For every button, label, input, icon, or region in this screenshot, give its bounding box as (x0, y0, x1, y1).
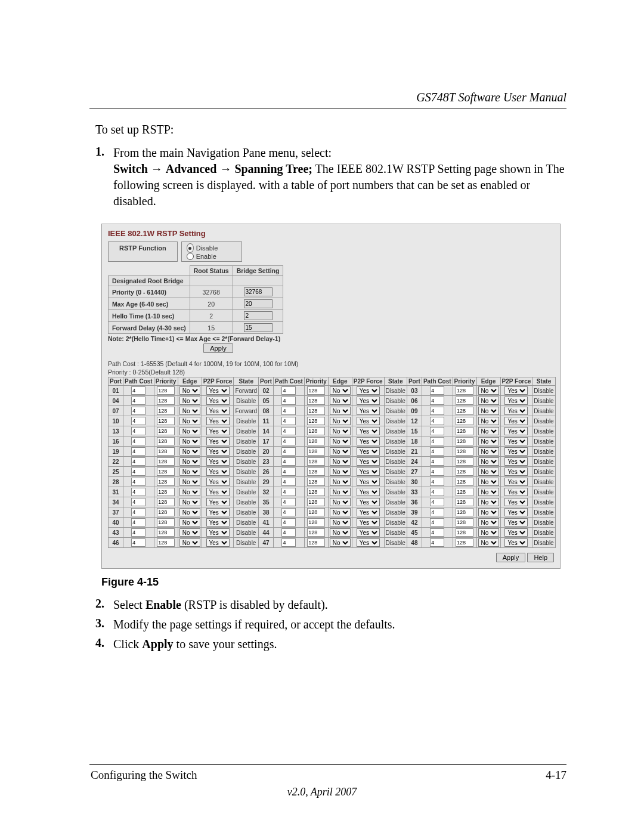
port-input[interactable] (307, 467, 325, 476)
port-select[interactable]: No (330, 518, 351, 527)
port-select[interactable]: No (478, 457, 499, 466)
port-input[interactable] (157, 508, 175, 516)
port-select[interactable]: No (478, 498, 499, 506)
apply-button-top[interactable]: Apply (203, 343, 233, 353)
port-input[interactable] (157, 467, 175, 476)
port-select[interactable]: No (330, 538, 351, 547)
port-input[interactable] (157, 538, 175, 547)
port-select[interactable]: No (179, 478, 200, 486)
port-input[interactable] (307, 427, 325, 435)
port-input[interactable] (456, 417, 473, 425)
port-select[interactable]: No (179, 417, 200, 425)
port-input[interactable] (456, 478, 473, 486)
port-input[interactable] (157, 437, 175, 445)
port-select[interactable]: No (478, 508, 499, 516)
port-select[interactable]: No (478, 488, 499, 496)
port-input[interactable] (281, 467, 296, 476)
bridge-setting-input[interactable] (244, 299, 273, 308)
port-input[interactable] (131, 478, 145, 486)
port-select[interactable]: No (330, 457, 351, 466)
port-select[interactable]: No (179, 386, 200, 395)
port-select[interactable]: Yes (504, 397, 528, 405)
port-select[interactable]: Yes (504, 528, 528, 537)
port-input[interactable] (430, 447, 444, 456)
port-input[interactable] (131, 488, 145, 496)
port-input[interactable] (157, 386, 175, 395)
port-select[interactable]: No (330, 386, 351, 395)
port-input[interactable] (157, 457, 175, 466)
port-select[interactable]: Yes (357, 518, 380, 527)
port-select[interactable]: Yes (206, 467, 230, 476)
port-select[interactable]: No (478, 427, 499, 435)
port-input[interactable] (131, 417, 145, 425)
port-select[interactable]: No (478, 397, 499, 405)
port-input[interactable] (430, 488, 444, 496)
port-input[interactable] (281, 518, 296, 527)
port-input[interactable] (157, 528, 175, 537)
port-select[interactable]: Yes (206, 447, 230, 456)
port-select[interactable]: Yes (357, 407, 380, 415)
port-select[interactable]: No (478, 538, 499, 547)
port-input[interactable] (157, 407, 175, 415)
port-select[interactable]: No (478, 478, 499, 486)
port-input[interactable] (157, 478, 175, 486)
port-input[interactable] (281, 417, 296, 425)
port-input[interactable] (281, 498, 296, 506)
port-select[interactable]: Yes (357, 397, 380, 405)
port-input[interactable] (430, 437, 444, 445)
port-input[interactable] (430, 538, 444, 547)
port-select[interactable]: Yes (357, 467, 380, 476)
port-input[interactable] (307, 417, 325, 425)
port-input[interactable] (281, 528, 296, 537)
port-input[interactable] (131, 427, 145, 435)
port-input[interactable] (307, 457, 325, 466)
port-input[interactable] (430, 397, 444, 405)
radio-enable[interactable] (187, 253, 194, 260)
port-select[interactable]: No (330, 427, 351, 435)
port-select[interactable]: Yes (504, 478, 528, 486)
port-input[interactable] (131, 467, 145, 476)
port-select[interactable]: No (478, 407, 499, 415)
port-select[interactable]: Yes (357, 488, 380, 496)
port-input[interactable] (456, 427, 473, 435)
port-input[interactable] (307, 518, 325, 527)
port-input[interactable] (430, 518, 444, 527)
port-input[interactable] (430, 386, 444, 395)
port-select[interactable]: No (330, 478, 351, 486)
port-input[interactable] (456, 437, 473, 445)
port-select[interactable]: Yes (504, 457, 528, 466)
port-select[interactable]: Yes (504, 508, 528, 516)
apply-button[interactable]: Apply (496, 553, 526, 562)
port-input[interactable] (430, 427, 444, 435)
port-input[interactable] (131, 538, 145, 547)
bridge-setting-input[interactable] (244, 311, 273, 320)
port-select[interactable]: Yes (504, 498, 528, 506)
port-input[interactable] (456, 528, 473, 537)
port-input[interactable] (281, 478, 296, 486)
port-select[interactable]: Yes (357, 457, 380, 466)
port-select[interactable]: Yes (206, 386, 230, 395)
port-input[interactable] (307, 407, 325, 415)
port-input[interactable] (281, 427, 296, 435)
port-select[interactable]: Yes (357, 498, 380, 506)
port-select[interactable]: No (179, 397, 200, 405)
port-input[interactable] (157, 397, 175, 405)
port-select[interactable]: Yes (357, 508, 380, 516)
port-input[interactable] (131, 528, 145, 537)
port-input[interactable] (131, 508, 145, 516)
port-select[interactable]: Yes (357, 386, 380, 395)
port-select[interactable]: Yes (206, 528, 230, 537)
port-select[interactable]: No (330, 498, 351, 506)
port-input[interactable] (157, 417, 175, 425)
port-input[interactable] (430, 478, 444, 486)
port-input[interactable] (307, 437, 325, 445)
port-select[interactable]: Yes (357, 427, 380, 435)
port-select[interactable]: No (330, 437, 351, 445)
port-select[interactable]: Yes (357, 478, 380, 486)
port-select[interactable]: Yes (206, 457, 230, 466)
port-select[interactable]: Yes (504, 427, 528, 435)
port-input[interactable] (430, 508, 444, 516)
port-input[interactable] (456, 407, 473, 415)
port-input[interactable] (456, 467, 473, 476)
port-select[interactable]: No (478, 447, 499, 456)
